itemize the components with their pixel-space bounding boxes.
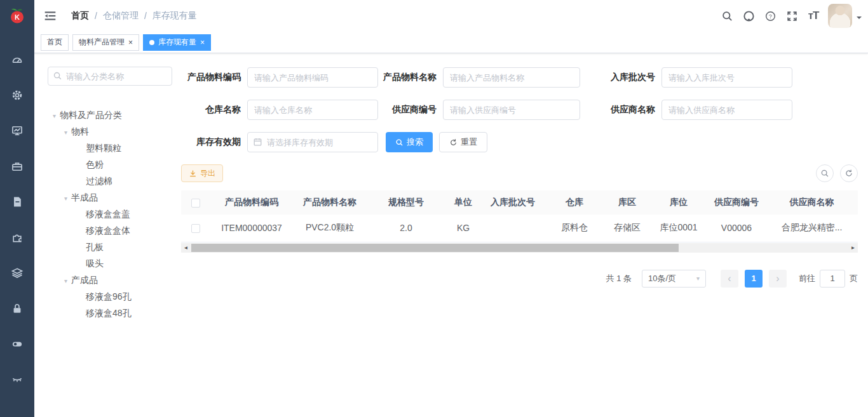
user-avatar[interactable] — [828, 4, 852, 28]
tree-node-filter-cotton[interactable]: 过滤棉 — [48, 173, 176, 190]
tree-node-plastic-pellets[interactable]: 塑料颗粒 — [48, 140, 176, 157]
chevron-down-icon[interactable]: ▾ — [53, 112, 56, 119]
tree-node-finished[interactable]: ▾ 产成品 — [48, 272, 176, 289]
github-link-button[interactable] — [738, 3, 759, 29]
tree-node-label: 塑料颗粒 — [86, 143, 121, 154]
sidebar-item-dashboard[interactable] — [0, 42, 34, 77]
refresh-table-button[interactable] — [840, 164, 858, 182]
tree-node-label: 孔板 — [86, 242, 104, 253]
jump-page-input[interactable] — [820, 270, 845, 288]
page-number-1[interactable]: 1 — [745, 270, 763, 288]
tree-node-label: 产成品 — [71, 275, 98, 286]
close-icon[interactable]: × — [128, 39, 133, 46]
svg-text:?: ? — [769, 13, 772, 19]
app-logo[interactable]: K — [0, 0, 34, 32]
table-header-row: 产品物料编码 产品物料名称 规格型号 单位 入库批次号 仓库 库区 库位 供应商… — [181, 190, 858, 215]
eye-closed-icon — [11, 373, 24, 386]
column-header: 库区 — [604, 190, 650, 215]
tree-node-box-96[interactable]: 移液盒96孔 — [48, 289, 176, 305]
search-icon — [53, 71, 62, 81]
tree-node-well-plate[interactable]: 孔板 — [48, 239, 176, 256]
tree-node-box-lid[interactable]: 移液盒盒盖 — [48, 206, 176, 223]
cell-supplier-name: 合肥龙兴精密... — [766, 215, 858, 242]
tree-node-label: 移液盒96孔 — [86, 291, 132, 303]
sidebar-item-monitor-analysis[interactable] — [0, 113, 34, 149]
reset-button[interactable]: 重置 — [439, 132, 487, 152]
sidebar-item-orders[interactable] — [0, 184, 34, 220]
chevron-down-icon[interactable]: ▾ — [64, 195, 67, 202]
svg-text:K: K — [15, 13, 20, 21]
sidebar-item-warehouse[interactable] — [0, 255, 34, 291]
tree-node-material[interactable]: ▾ 物料 — [48, 124, 176, 140]
page-size-select[interactable]: 10条/页 ▾ — [642, 270, 706, 288]
page-size-value: 10条/页 — [648, 273, 676, 284]
chevron-down-icon[interactable]: ▾ — [64, 129, 67, 136]
field-label: 入库批次号 — [580, 72, 661, 83]
category-search-input[interactable] — [48, 67, 172, 86]
show-search-toggle-button[interactable] — [816, 164, 834, 182]
fullscreen-icon — [786, 10, 798, 22]
help-doc-button[interactable]: ? — [759, 3, 781, 29]
tree-node-box-48[interactable]: 移液盒48孔 — [48, 305, 176, 322]
sidebar-item-basic-data[interactable] — [0, 149, 34, 184]
close-icon[interactable]: × — [200, 39, 205, 46]
document-icon — [11, 195, 24, 208]
tab-material-product-mgmt[interactable]: 物料产品管理 × — [72, 34, 139, 51]
supplier-name-input[interactable] — [661, 100, 792, 120]
field-label: 供应商编号 — [378, 104, 443, 116]
inbound-batch-input[interactable] — [661, 67, 792, 88]
sidebar-item-hidden-menu[interactable] — [0, 362, 34, 397]
tree-node-pipette-tip[interactable]: 吸头 — [48, 256, 176, 272]
avatar-dropdown-caret-icon[interactable] — [857, 17, 862, 22]
search-button[interactable]: 搜索 — [386, 132, 433, 152]
font-size-button[interactable]: тT — [803, 3, 824, 29]
table-row[interactable]: ITEM00000037 PVC2.0颗粒 2.0 KG 原料仓 存储区 库位0… — [181, 215, 858, 242]
breadcrumb-home[interactable]: 首页 — [71, 10, 89, 22]
collapse-sidebar-button[interactable] — [34, 0, 66, 32]
column-header: 规格型号 — [367, 190, 445, 215]
fullscreen-button[interactable] — [781, 3, 803, 29]
breadcrumb: 首页 / 仓储管理 / 库存现有量 — [71, 10, 197, 22]
active-tab-dot — [149, 40, 154, 45]
sidebar-item-permissions[interactable] — [0, 291, 34, 326]
warehouse-name-input[interactable] — [247, 100, 378, 120]
cell-item-name: PVC2.0颗粒 — [293, 215, 367, 242]
scroll-right-arrow-icon[interactable]: ► — [848, 243, 858, 253]
tree-node-root[interactable]: ▾ 物料及产品分类 — [48, 107, 176, 124]
expiry-date-input[interactable] — [247, 132, 378, 152]
tab-home[interactable]: 首页 — [41, 34, 69, 51]
tree-node-label: 移液盒盒体 — [86, 225, 130, 237]
category-tree: ▾ 物料及产品分类 ▾ 物料 塑料颗粒 色粉 过滤棉 ▾ 半成品 移液盒盒盖 — [48, 107, 176, 322]
field-label: 产品物料名称 — [378, 72, 443, 83]
select-all-checkbox[interactable] — [191, 199, 200, 208]
column-header: 产品物料编码 — [210, 190, 293, 215]
jump-suffix-label: 页 — [850, 273, 858, 284]
item-code-input[interactable] — [247, 67, 378, 88]
supplier-code-input[interactable] — [443, 100, 580, 120]
cell-spec: 2.0 — [367, 215, 445, 242]
column-header: 供应商名称 — [766, 190, 858, 215]
tab-inventory-onhand[interactable]: 库存现有量 × — [143, 34, 211, 51]
item-name-input[interactable] — [443, 67, 580, 88]
export-button[interactable]: 导出 — [181, 164, 223, 182]
row-checkbox[interactable] — [191, 224, 200, 233]
sidebar-item-system-settings[interactable] — [0, 77, 34, 113]
scrollbar-thumb[interactable] — [191, 244, 679, 252]
sidebar-item-production[interactable] — [0, 220, 34, 255]
tree-node-box-body[interactable]: 移液盒盒体 — [48, 223, 176, 239]
field-label: 库存有效期 — [181, 136, 247, 148]
column-header: 仓库 — [545, 190, 604, 215]
tab-label: 首页 — [47, 37, 62, 48]
tree-node-semi-finished[interactable]: ▾ 半成品 — [48, 190, 176, 206]
next-page-button[interactable]: › — [769, 270, 787, 288]
tree-node-pigment[interactable]: 色粉 — [48, 157, 176, 173]
sidebar-item-switch-config[interactable] — [0, 326, 34, 362]
header-search-button[interactable] — [716, 3, 738, 29]
chevron-down-icon[interactable]: ▾ — [64, 277, 67, 284]
tree-node-label: 移液盒48孔 — [86, 308, 132, 319]
prev-page-button[interactable]: ‹ — [721, 270, 738, 288]
pagination: 共 1 条 10条/页 ▾ ‹ 1 › 前往 页 — [181, 270, 858, 288]
filter-row-1: 产品物料编码 产品物料名称 入库批次号 — [181, 67, 858, 88]
scroll-left-arrow-icon[interactable]: ◄ — [181, 243, 191, 253]
table-horizontal-scrollbar[interactable]: ◄ ► — [181, 243, 858, 253]
